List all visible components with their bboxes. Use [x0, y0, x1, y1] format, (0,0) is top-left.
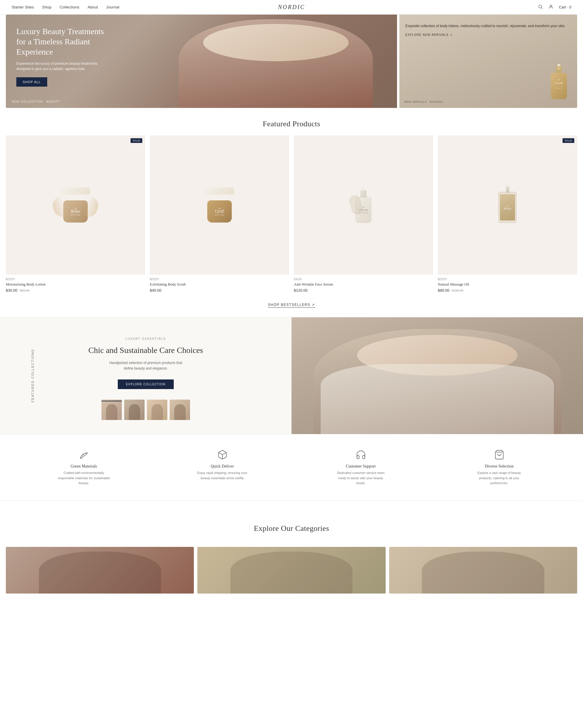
categories-title: Explore Our Categories [6, 513, 577, 540]
product-price: $30.00$50.00 [6, 288, 145, 292]
hero-main-title: Luxury Beauty Treatments for a Timeless … [16, 26, 110, 57]
nav-links-left: Starter Sites Shop Collections About Jou… [12, 5, 119, 9]
svg-point-2 [550, 5, 552, 7]
product-card-0[interactable]: SALE bla Relax BODY SCRUB BODY Moisturiz… [6, 135, 145, 292]
hero-main-subtitle: Experience the luxury of premium beauty … [16, 61, 110, 72]
collections-right-image [292, 317, 583, 434]
product-image: bla Clarity FACE SERUM [294, 135, 433, 275]
sale-badge: SALE [131, 138, 142, 143]
bottle-neck [556, 66, 562, 73]
hero-side-tag-2: NATURAL [430, 100, 444, 103]
thumbnail-2[interactable] [124, 399, 145, 420]
account-icon[interactable] [548, 4, 554, 10]
category-card-2[interactable] [197, 547, 385, 594]
luxury-label: LUXURY ESSENTIALS [126, 337, 166, 340]
product-category: BODY [150, 278, 289, 281]
hero-side: Exquisite collection of body lotions, me… [399, 15, 577, 108]
product-name: Moisturizing Body Lotion [6, 282, 145, 287]
nav-collections[interactable]: Collections [60, 5, 80, 9]
product-category: BODY [6, 278, 145, 281]
feature-item-2: Customer Support Dedicated customer serv… [295, 449, 427, 486]
product-price: $80.00$100.00 [438, 288, 577, 292]
hero-main: Luxury Beauty Treatments for a Timeless … [6, 15, 397, 108]
hero-side-labels: NEW ARRIVALS NATURAL [404, 100, 443, 103]
categories-section: Explore Our Categories [0, 500, 583, 594]
features-section: Green Materials Crafted with environment… [0, 434, 583, 500]
feature-icon-headset [355, 449, 367, 461]
category-card-1[interactable] [6, 547, 194, 594]
product-price: $40.00 [150, 288, 289, 292]
nav-journal[interactable]: Journal [106, 5, 119, 9]
feature-desc: Explore a vast range of beauty products,… [473, 470, 526, 486]
thumb-underline-1 [102, 401, 122, 401]
svg-line-1 [542, 7, 543, 8]
collections-subtitle: Handpicked selection of premium products… [105, 360, 187, 371]
nav-starter-sites[interactable]: Starter Sites [12, 5, 34, 9]
product-price: $120.00 [294, 288, 433, 292]
cart-label[interactable]: Cart · 0 [559, 5, 571, 9]
feature-title: Quick Deliver [196, 464, 249, 469]
shop-all-button[interactable]: SHOP ALL [16, 77, 47, 87]
hero-main-content: Luxury Beauty Treatments for a Timeless … [16, 26, 110, 87]
bottle-label-text: Clarity [553, 81, 565, 85]
feature-desc: Dedicated customer service team ready to… [335, 470, 387, 486]
nav-icons-right: Cart · 0 [538, 4, 571, 10]
feature-title: Customer Support [335, 464, 387, 469]
product-image: SALE bla Relax BODY SCRUB [6, 135, 145, 275]
feature-desc: Crafted with environmentally responsible… [58, 470, 110, 486]
hero-tag-2: BEAUTY [46, 100, 60, 103]
products-grid: SALE bla Relax BODY SCRUB BODY Moisturiz… [0, 135, 583, 297]
feature-item-1: Quick Deliver Enjoy rapid shipping, ensu… [156, 449, 288, 486]
svg-point-0 [539, 5, 542, 8]
feature-title: Diverse Selection [473, 464, 526, 469]
feature-item-3: Diverse Selection Explore a vast range o… [433, 449, 565, 486]
feature-desc: Enjoy rapid shipping, ensuring your beau… [196, 470, 249, 481]
product-name: Anti-Wrinkle Face Serum [294, 282, 433, 287]
collection-thumbnails [102, 399, 190, 420]
hero-side-tag-1: NEW ARRIVALS [404, 100, 427, 103]
product-name: Exfoliating Body Scrub [150, 282, 289, 287]
bottle-body: bla Clarity —————— SERUM OIL [551, 73, 567, 99]
feature-icon-leaf [78, 449, 90, 461]
explore-collection-button[interactable]: EXPLORE COLLECTION [118, 380, 174, 389]
collections-title: Chic and Sustainable Care Choices [88, 345, 203, 356]
shop-link-wrap: SHOP BESTSELLERS ↗ [0, 297, 583, 317]
collections-vertical-label: Featured Collections [31, 349, 34, 402]
product-category: BODY [438, 278, 577, 281]
featured-products-section: Featured Products SALE bla Relax BODY SC… [0, 108, 583, 317]
product-image: SALE bla Relax [438, 135, 577, 275]
product-card-2[interactable]: bla Clarity FACE SERUM SKIN Anti-Wrinkle… [294, 135, 433, 292]
sale-badge: SALE [563, 138, 574, 143]
search-icon[interactable] [538, 4, 543, 10]
product-image: bla Uplift BODY SCRUB [150, 135, 289, 275]
hero-section: Luxury Beauty Treatments for a Timeless … [6, 15, 577, 108]
thumbnail-4[interactable] [170, 399, 190, 420]
brand-logo[interactable]: NORDIC [278, 4, 305, 10]
category-card-3[interactable] [389, 547, 577, 594]
product-name: Natural Massage Oil [438, 282, 577, 287]
featured-title: Featured Products [0, 108, 583, 135]
hero-side-content: Exquisite collection of body lotions, me… [405, 23, 571, 36]
hero-explore-link[interactable]: EXPLORE NEW ARRIVALS ↗ [405, 33, 571, 36]
thumbnail-1[interactable] [102, 399, 122, 420]
bottle-visual: bla Clarity —————— SERUM OIL [548, 64, 571, 99]
feature-item-0: Green Materials Crafted with environment… [18, 449, 150, 486]
featured-collections-section: Featured Collections LUXURY ESSENTIALS C… [0, 317, 583, 434]
categories-grid [6, 547, 577, 594]
feature-icon-box [217, 449, 228, 461]
shop-bestsellers-link[interactable]: SHOP BESTSELLERS ↗ [268, 303, 315, 308]
product-card-1[interactable]: bla Uplift BODY SCRUB BODY Exfoliating B… [150, 135, 289, 292]
navigation: Starter Sites Shop Collections About Jou… [0, 0, 583, 15]
hero-side-text: Exquisite collection of body lotions, me… [405, 23, 571, 29]
nav-shop[interactable]: Shop [42, 5, 52, 9]
hero-tag-1: NEW COLLECTION [12, 100, 43, 103]
product-card-3[interactable]: SALE bla Relax BODY Natural Massage Oil … [438, 135, 577, 292]
product-category: SKIN [294, 278, 433, 281]
thumbnail-3[interactable] [147, 399, 167, 420]
feature-title: Green Materials [58, 464, 110, 469]
nav-about[interactable]: About [87, 5, 98, 9]
hero-main-labels: NEW COLLECTION BEAUTY [12, 100, 60, 103]
collections-left: Featured Collections LUXURY ESSENTIALS C… [0, 317, 292, 434]
feature-icon-bag [494, 449, 505, 461]
